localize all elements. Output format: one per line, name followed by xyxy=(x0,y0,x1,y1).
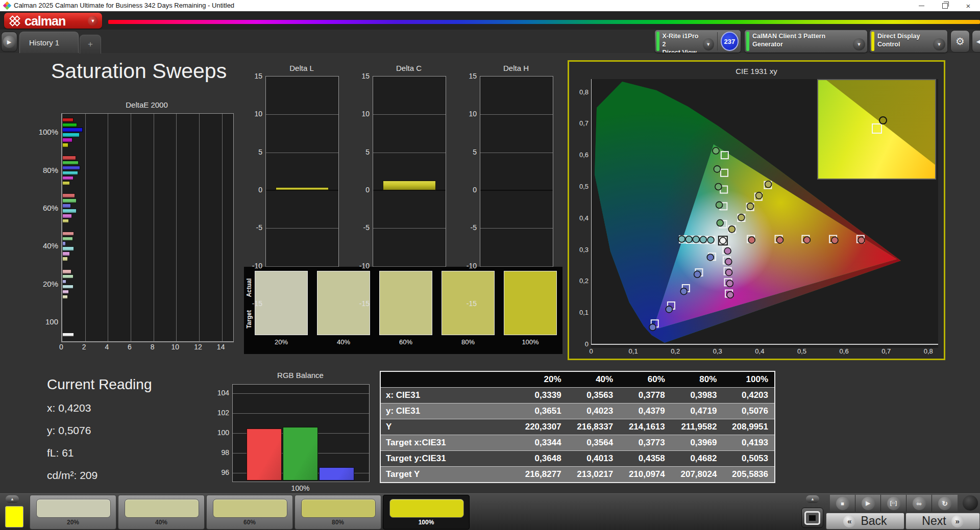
back-button[interactable]: « Back xyxy=(826,513,904,529)
pattern-swatch-label: 40% xyxy=(118,519,204,526)
meter-dropdown[interactable]: X-Rite i1Pro 2 Direct View ▼ 237 xyxy=(655,30,741,53)
rgb-bar-green xyxy=(283,427,318,481)
grid-line xyxy=(373,114,446,115)
measured-marker-magenta xyxy=(725,259,732,265)
table-cell-value: 210,0974 xyxy=(619,467,671,483)
delta-h-title: Delta H xyxy=(480,64,552,72)
chevron-down-icon[interactable]: ▼ xyxy=(933,38,945,51)
cie-zoom-inset xyxy=(817,79,936,180)
continuous-measure-button[interactable]: ∞ xyxy=(906,495,932,512)
table-col-header: 100% xyxy=(723,371,775,388)
stop-frame-icon xyxy=(804,511,820,525)
header-bar: calman ▼ xyxy=(0,11,980,30)
chevron-down-icon[interactable]: ▼ xyxy=(853,38,865,51)
pattern-generator-dropdown[interactable]: CalMAN Client 3 Pattern Generator ▼ xyxy=(745,30,867,53)
collapse-left-panel-button[interactable]: ▲ xyxy=(6,495,19,503)
grid-line xyxy=(233,393,369,394)
bottom-control-bar: ▲ 20%40%60%80%100% ▲ ■ ▶ [··] ∞ ↻ « Back… xyxy=(0,493,980,530)
measured-marker-yellow xyxy=(747,203,754,210)
axis-tick-label: 100% xyxy=(32,128,58,136)
axis-tick-label: 0,6 xyxy=(571,151,589,159)
axis-tick-label: 10 xyxy=(168,343,182,351)
measured-marker-cyan xyxy=(693,236,699,243)
collapse-right-panel-button[interactable]: ▲ xyxy=(806,495,819,503)
axis-tick-label: 0,1 xyxy=(571,309,589,316)
axis-tick-label: -5 xyxy=(349,223,370,232)
swatch-label: 20% xyxy=(255,338,308,348)
display-control-dropdown[interactable]: Direct Display Control ▼ xyxy=(870,30,947,53)
grid-line xyxy=(85,114,86,341)
pattern-swatch-button-40%[interactable]: 40% xyxy=(118,495,205,529)
table-row: y: CIE310,36510,40230,43790,47190,5076 xyxy=(380,403,775,419)
restore-button[interactable] xyxy=(933,0,957,11)
zero-line xyxy=(480,190,553,191)
tab-history-1[interactable]: History 1 xyxy=(19,32,79,53)
pattern-window-toggle-button[interactable] xyxy=(801,508,823,528)
workflow-nav-button[interactable]: ▶ xyxy=(1,32,17,52)
meter-reading-badge[interactable]: 237 xyxy=(721,32,739,51)
table-cell-value: 0,4379 xyxy=(619,403,671,419)
pattern-swatch-button-60%[interactable]: 60% xyxy=(206,495,293,529)
axis-tick-label: 20% xyxy=(32,280,58,288)
deltae-bar xyxy=(62,209,77,213)
meter-name: X-Rite i1Pro 2 xyxy=(663,32,701,48)
pattern-swatch-button-80%[interactable]: 80% xyxy=(295,495,381,529)
delta_c-bar xyxy=(383,181,436,190)
swatch-20% xyxy=(255,271,308,335)
play-measure-button[interactable]: ▶ xyxy=(855,495,881,512)
collapse-panel-button[interactable]: ◀ xyxy=(972,30,980,53)
next-button[interactable]: Next » xyxy=(905,513,980,529)
axis-tick-label: 0,7 xyxy=(878,347,894,355)
pattern-swatch-label: 80% xyxy=(295,519,381,526)
table-row-label: Target Y xyxy=(380,467,516,483)
loop-measure-button[interactable]: ↻ xyxy=(932,495,958,512)
pattern-swatch-color xyxy=(213,499,287,518)
grid-line xyxy=(480,153,553,153)
grid-line xyxy=(108,114,108,341)
swatch-100% xyxy=(504,271,557,335)
actual-target-swatch-panel: Actual Target 20%40%60%80%100% xyxy=(244,267,562,354)
add-tab-button[interactable]: + xyxy=(80,35,101,54)
axis-tick-label: 10 xyxy=(456,110,477,118)
deltae-bar xyxy=(62,280,66,284)
grid-line xyxy=(131,114,131,341)
deltae-bar xyxy=(62,251,70,256)
measured-marker-yellow xyxy=(738,214,745,221)
calman-menu-button[interactable]: calman ▼ xyxy=(4,13,102,29)
measured-marker-yellow xyxy=(765,181,772,188)
grid-line xyxy=(233,413,369,414)
deltae-bar xyxy=(62,241,66,246)
deltae-bar xyxy=(62,285,74,289)
axis-tick-label: 104 xyxy=(209,389,229,397)
target-row-label: Target xyxy=(245,304,253,335)
deltae-bar xyxy=(62,246,74,251)
close-button[interactable]: × xyxy=(957,0,980,11)
axis-tick-label: 15 xyxy=(456,72,477,80)
stop-measure-button[interactable]: ■ xyxy=(830,495,855,512)
table-cell-value: 0,3564 xyxy=(568,435,620,451)
single-measure-button[interactable]: [··] xyxy=(881,495,906,512)
measured-marker-green xyxy=(717,220,723,226)
measured-marker-magenta xyxy=(727,291,733,298)
table-row-label: Target x:CIE31 xyxy=(380,435,516,451)
pattern-swatch-color xyxy=(389,499,464,518)
axis-tick-label: 100 xyxy=(209,428,229,437)
axis-tick-label: 0 xyxy=(583,347,599,355)
pattern-swatch-button-20%[interactable]: 20% xyxy=(30,495,116,529)
chevron-down-icon[interactable]: ▼ xyxy=(703,38,714,51)
settings-button[interactable]: ⚙ xyxy=(950,30,970,53)
measured-marker-red xyxy=(777,237,783,243)
axis-tick-label: 2 xyxy=(77,343,91,351)
pattern-swatch-color xyxy=(36,499,111,518)
pattern-swatch-button-100%[interactable]: 100% xyxy=(383,495,470,529)
table-cell-value: 0,3339 xyxy=(516,388,568,403)
grid-line xyxy=(266,153,338,153)
grid-line xyxy=(154,114,154,341)
deltae-chart-plot xyxy=(61,113,234,342)
table-cell-value: 211,9582 xyxy=(671,419,723,435)
meter-mode: Direct View xyxy=(663,48,701,53)
swatch-label: 100% xyxy=(504,338,557,348)
deltae-bar xyxy=(62,181,70,186)
cie-1931-chart-panel[interactable]: CIE 1931 xy xyxy=(568,60,945,360)
minimize-button[interactable] xyxy=(910,0,933,11)
